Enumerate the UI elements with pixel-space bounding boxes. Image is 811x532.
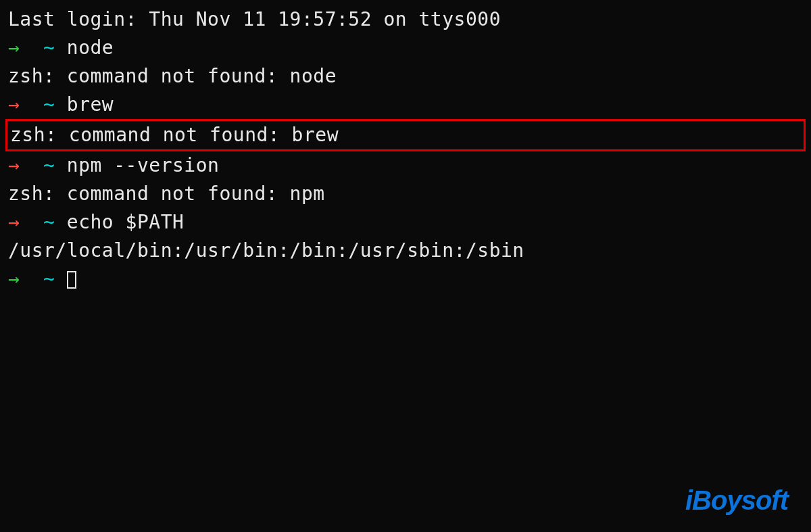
watermark-logo: iBoysoft — [685, 485, 788, 516]
command-text: npm --version — [67, 154, 220, 176]
prompt-line-5[interactable]: → ~ — [8, 265, 803, 293]
prompt-line-2: → ~ brew — [8, 91, 803, 119]
prompt-line-3: → ~ npm --version — [8, 151, 803, 180]
output-line-2-highlighted: zsh: command not found: brew — [5, 119, 806, 151]
prompt-tilde-icon: ~ — [43, 154, 55, 176]
command-text: node — [67, 37, 114, 59]
command-text: echo $PATH — [67, 211, 185, 233]
last-login-line: Last login: Thu Nov 11 19:57:52 on ttys0… — [8, 5, 803, 34]
prompt-arrow-icon: → — [8, 211, 20, 233]
output-line-4: /usr/local/bin:/usr/bin:/bin:/usr/sbin:/… — [8, 237, 803, 265]
prompt-arrow-icon: → — [8, 93, 20, 116]
output-line-3: zsh: command not found: npm — [8, 180, 803, 208]
prompt-tilde-icon: ~ — [43, 37, 55, 59]
terminal-window[interactable]: Last login: Thu Nov 11 19:57:52 on ttys0… — [8, 5, 803, 293]
prompt-line-4: → ~ echo $PATH — [8, 208, 803, 237]
prompt-arrow-icon: → — [8, 268, 20, 290]
prompt-arrow-icon: → — [8, 37, 20, 59]
cursor-icon — [67, 271, 76, 289]
output-line-1: zsh: command not found: node — [8, 62, 803, 91]
prompt-tilde-icon: ~ — [43, 93, 55, 116]
prompt-tilde-icon: ~ — [43, 268, 55, 290]
prompt-arrow-icon: → — [8, 154, 20, 176]
command-text: brew — [67, 93, 114, 116]
prompt-tilde-icon: ~ — [43, 211, 55, 233]
prompt-line-1: → ~ node — [8, 34, 803, 62]
